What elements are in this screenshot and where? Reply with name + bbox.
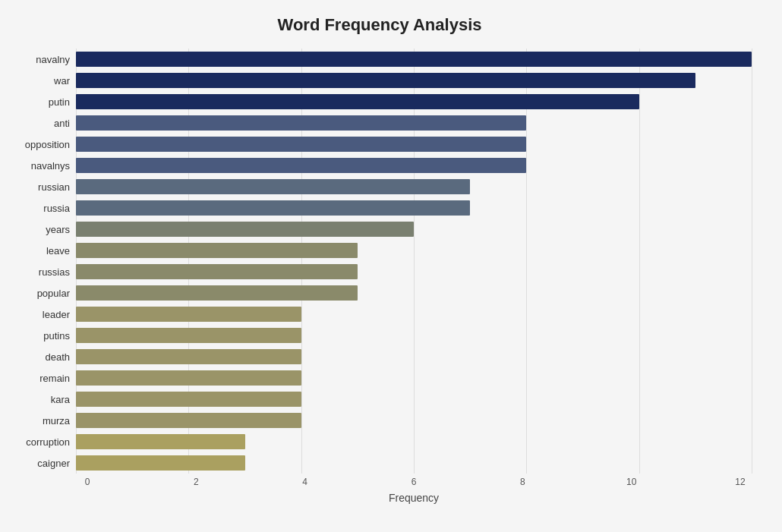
- bars-and-grid: [76, 49, 752, 474]
- bar-row: [76, 306, 752, 323]
- x-tick-label: 0: [76, 477, 99, 487]
- y-label: navalny: [8, 49, 70, 70]
- grid-line: [752, 49, 752, 474]
- bar: [76, 370, 301, 386]
- chart-title: Word Frequency Analysis: [8, 15, 752, 35]
- y-label: years: [8, 219, 70, 240]
- y-label: russia: [8, 197, 70, 219]
- bar: [76, 413, 301, 428]
- bar-row: [76, 412, 752, 429]
- bar: [76, 285, 358, 301]
- y-label: leader: [8, 304, 70, 325]
- y-label: russias: [8, 261, 70, 282]
- bar: [76, 455, 245, 471]
- bar: [76, 222, 414, 237]
- bar-row: [76, 433, 752, 450]
- y-label: opposition: [8, 134, 70, 155]
- bar: [76, 434, 245, 449]
- bar-row: [76, 285, 752, 301]
- x-tick-label: 12: [729, 477, 752, 487]
- y-label: caigner: [8, 452, 70, 474]
- y-label: putin: [8, 91, 70, 112]
- bar-row: [76, 178, 752, 195]
- bars-rows: [76, 49, 752, 474]
- bar: [76, 52, 752, 67]
- bar-row: [76, 263, 752, 280]
- bar-row: [76, 115, 752, 131]
- y-label: anti: [8, 112, 70, 134]
- bar-row: [76, 51, 752, 68]
- chart-area: navalnywarputinantioppositionnavalnysrus…: [8, 49, 752, 504]
- bar: [76, 73, 695, 88]
- x-tick-labels: 024681012: [76, 474, 752, 487]
- bar: [76, 328, 301, 343]
- y-label: putins: [8, 325, 70, 346]
- x-tick-label: 10: [620, 477, 643, 487]
- x-tick-label: 4: [294, 477, 317, 487]
- bar-row: [76, 72, 752, 89]
- bar-row: [76, 348, 752, 365]
- bar: [76, 94, 639, 109]
- bar: [76, 115, 526, 131]
- bar: [76, 349, 301, 364]
- bar-row: [76, 327, 752, 344]
- y-label: corruption: [8, 431, 70, 452]
- bar-row: [76, 157, 752, 174]
- y-label: navalnys: [8, 155, 70, 176]
- x-tick-label: 2: [184, 477, 207, 487]
- bar: [76, 264, 358, 279]
- y-label: murza: [8, 410, 70, 431]
- x-tick-label: 6: [402, 477, 425, 487]
- y-label: leave: [8, 240, 70, 261]
- x-axis-title: Frequency: [76, 492, 752, 504]
- bar-row: [76, 136, 752, 153]
- x-tick-label: 8: [511, 477, 534, 487]
- bar-row: [76, 370, 752, 386]
- y-label: russian: [8, 176, 70, 197]
- y-labels: navalnywarputinantioppositionnavalnysrus…: [8, 49, 76, 474]
- bar: [76, 158, 526, 173]
- y-label: death: [8, 346, 70, 367]
- y-label: kara: [8, 389, 70, 410]
- bar: [76, 243, 358, 258]
- y-label: remain: [8, 367, 70, 389]
- bar-row: [76, 200, 752, 216]
- bar: [76, 392, 301, 407]
- bar-row: [76, 455, 752, 471]
- bar: [76, 307, 301, 322]
- x-axis-section: 024681012 Frequency: [76, 474, 752, 504]
- bar: [76, 137, 526, 152]
- bars-section: navalnywarputinantioppositionnavalnysrus…: [8, 49, 752, 474]
- bar-row: [76, 93, 752, 110]
- bar-row: [76, 391, 752, 408]
- y-label: war: [8, 70, 70, 91]
- bar: [76, 179, 470, 194]
- y-label: popular: [8, 282, 70, 304]
- bar: [76, 200, 470, 216]
- chart-container: Word Frequency Analysis navalnywarputina…: [0, 0, 782, 532]
- bar-row: [76, 242, 752, 259]
- bar-row: [76, 221, 752, 238]
